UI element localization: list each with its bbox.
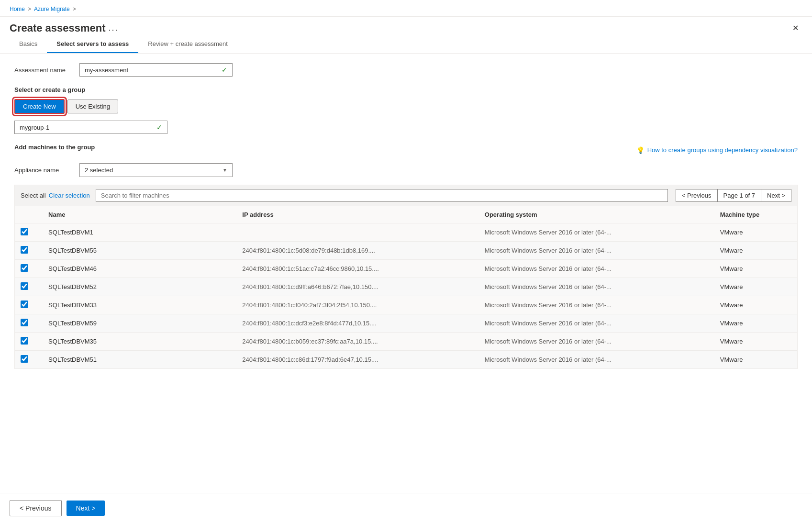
appliance-value: 2 selected (85, 167, 113, 174)
search-filter-input[interactable] (96, 189, 668, 202)
dropdown-arrow-icon: ▼ (222, 167, 227, 173)
help-link[interactable]: 💡 How to create groups using dependency … (636, 146, 798, 154)
row-cell-os: Microsoft Windows Server 2016 or later (… (479, 278, 714, 296)
row-cell-ip: 2404:f801:4800:1c:f040:2af7:3f04:2f54,10… (236, 296, 479, 314)
row-cell-os: Microsoft Windows Server 2016 or later (… (479, 296, 714, 314)
tab-basics[interactable]: Basics (10, 34, 47, 53)
next-page-button[interactable]: Next > (761, 189, 791, 202)
table-toolbar: Select all Clear selection < Previous Pa… (14, 185, 798, 206)
close-button[interactable]: ✕ (789, 22, 802, 34)
row-cell-type: VMware (714, 260, 798, 278)
bulb-icon: 💡 (636, 146, 645, 154)
row-cell-os: Microsoft Windows Server 2016 or later (… (479, 351, 714, 369)
row-cell-name: SQLTestDBVM35 (43, 333, 236, 351)
row-cell-name: SQLTestDBVM59 (43, 314, 236, 333)
row-checkbox[interactable] (21, 337, 28, 345)
main-content: Assessment name ✓ Select or create a gro… (0, 54, 812, 378)
group-name-input[interactable] (20, 124, 156, 131)
group-name-field-wrapper: ✓ (14, 121, 167, 134)
appliance-row: Appliance name 2 selected ▼ (14, 163, 798, 177)
bottom-next-button[interactable]: Next > (67, 501, 105, 516)
table-row: SQLTestDBVM352404:f801:4800:1c:b059:ec37… (15, 333, 798, 351)
pagination-controls: < Previous Page 1 of 7 Next > (676, 189, 791, 202)
row-cell-ip: 2404:f801:4800:1c:b059:ec37:89fc:aa7a,10… (236, 333, 479, 351)
col-header-ip: IP address (236, 206, 479, 223)
select-group-title: Select or create a group (14, 86, 798, 93)
breadcrumb-sep1: > (28, 6, 31, 12)
row-cell-name: SQLTestDBVM46 (43, 260, 236, 278)
row-checkbox[interactable] (21, 282, 28, 290)
assessment-name-input-wrapper: ✓ (79, 63, 233, 77)
ellipsis-button[interactable]: ... (106, 22, 122, 34)
bottom-prev-button[interactable]: < Previous (10, 500, 62, 516)
select-all-link[interactable]: Select all (21, 192, 46, 199)
row-cell-name: SQLTestDBVM55 (43, 242, 236, 260)
row-checkbox[interactable] (21, 246, 28, 254)
row-cell-os: Microsoft Windows Server 2016 or later (… (479, 260, 714, 278)
row-cell-type: VMware (714, 296, 798, 314)
row-checkbox[interactable] (21, 228, 28, 235)
row-cell-os: Microsoft Windows Server 2016 or later (… (479, 242, 714, 260)
clear-selection-link[interactable]: Clear selection (49, 192, 90, 199)
table-row: SQLTestDBVM552404:f801:4800:1c:5d08:de79… (15, 242, 798, 260)
row-cell-name: SQLTestDBVM52 (43, 278, 236, 296)
row-cell-type: VMware (714, 351, 798, 369)
assessment-name-input[interactable] (85, 67, 222, 74)
assessment-name-label: Assessment name (14, 67, 72, 74)
wizard-tabs: Basics Select servers to assess Review +… (0, 34, 812, 54)
row-cell-type: VMware (714, 333, 798, 351)
row-cell-os: Microsoft Windows Server 2016 or later (… (479, 333, 714, 351)
col-header-checkbox (15, 206, 43, 223)
bottom-nav: < Previous Next > (0, 493, 812, 523)
assessment-name-row: Assessment name ✓ (14, 63, 798, 77)
row-cell-ip: 2404:f801:4800:1c:dcf3:e2e8:8f4d:477d,10… (236, 314, 479, 333)
row-checkbox[interactable] (21, 300, 28, 308)
row-cell-name: SQLTestDBVM51 (43, 351, 236, 369)
prev-page-button[interactable]: < Previous (676, 189, 718, 202)
row-cell-os: Microsoft Windows Server 2016 or later (… (479, 314, 714, 333)
table-header-row: Name IP address Operating system Machine… (15, 206, 798, 223)
page-info: Page 1 of 7 (718, 189, 761, 202)
title-row: Create assessment ... ✕ (0, 17, 812, 34)
machines-table: Name IP address Operating system Machine… (14, 206, 798, 369)
appliance-label: Appliance name (14, 167, 72, 174)
breadcrumb: Home > Azure Migrate > (10, 6, 76, 12)
table-row: SQLTestDBVM332404:f801:4800:1c:f040:2af7… (15, 296, 798, 314)
top-bar: Home > Azure Migrate > (0, 0, 812, 17)
row-cell-name: SQLTestDBVM33 (43, 296, 236, 314)
group-buttons: Create New Use Existing (14, 99, 798, 114)
row-cell-type: VMware (714, 278, 798, 296)
help-link-text: How to create groups using dependency vi… (647, 146, 798, 154)
table-row: SQLTestDBVM512404:f801:4800:1c:c86d:1797… (15, 351, 798, 369)
row-checkbox[interactable] (21, 355, 28, 363)
use-existing-button[interactable]: Use Existing (67, 100, 118, 113)
row-checkbox[interactable] (21, 264, 28, 272)
breadcrumb-azure-migrate[interactable]: Azure Migrate (34, 6, 70, 12)
tab-review[interactable]: Review + create assessment (138, 34, 237, 53)
assessment-name-check-icon: ✓ (222, 66, 227, 74)
row-cell-name: SQLTestDBVM1 (43, 223, 236, 242)
row-cell-type: VMware (714, 314, 798, 333)
table-row: SQLTestDBVM592404:f801:4800:1c:dcf3:e2e8… (15, 314, 798, 333)
row-cell-ip: 2404:f801:4800:1c:51ac:c7a2:46cc:9860,10… (236, 260, 479, 278)
col-header-os: Operating system (479, 206, 714, 223)
row-cell-ip: 2404:f801:4800:1c:c86d:1797:f9ad:6e47,10… (236, 351, 479, 369)
create-new-button[interactable]: Create New (14, 99, 65, 114)
row-cell-type: VMware (714, 223, 798, 242)
row-cell-ip: 2404:f801:4800:1c:d9ff:a646:b672:7fae,10… (236, 278, 479, 296)
page-title: Create assessment (10, 22, 106, 34)
row-cell-ip (236, 223, 479, 242)
group-name-check-icon: ✓ (156, 123, 162, 131)
table-row: SQLTestDBVM522404:f801:4800:1c:d9ff:a646… (15, 278, 798, 296)
breadcrumb-sep2: > (73, 6, 76, 12)
row-cell-type: VMware (714, 242, 798, 260)
row-checkbox[interactable] (21, 319, 28, 326)
col-header-name: Name (43, 206, 236, 223)
breadcrumb-home[interactable]: Home (10, 6, 25, 12)
appliance-dropdown[interactable]: 2 selected ▼ (79, 163, 233, 177)
add-machines-row: Add machines to the group 💡 How to creat… (14, 144, 798, 156)
col-header-type: Machine type (714, 206, 798, 223)
table-row: SQLTestDBVM1Microsoft Windows Server 201… (15, 223, 798, 242)
tab-select-servers[interactable]: Select servers to assess (47, 34, 138, 53)
add-machines-title: Add machines to the group (14, 144, 95, 151)
